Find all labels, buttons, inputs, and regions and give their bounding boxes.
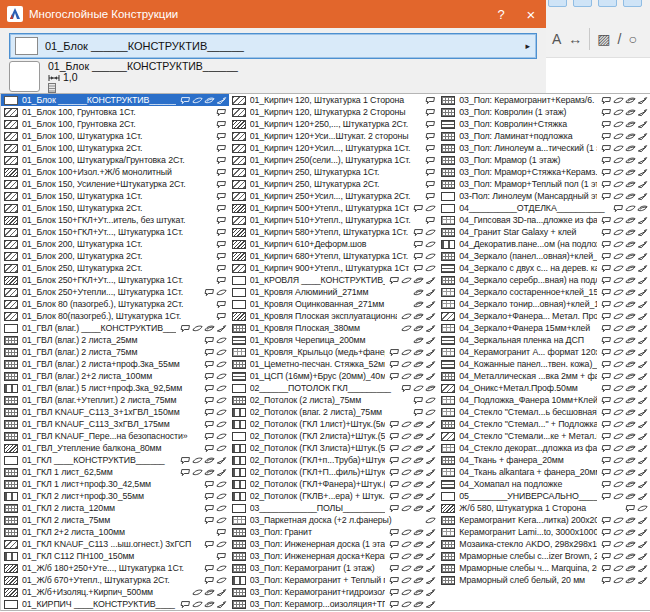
list-item[interactable]: 01_ГВЛ KNAUF_C113_3хГВЛ_175мм [1,418,229,430]
list-item[interactable]: 01_ГКЛ 2 листа_75мм [1,514,229,526]
list-item[interactable]: 04_Зеркальная пленка на ДСП [438,334,650,346]
list-item[interactable]: 01_Блок 100, Штукатурка 1Ст. [1,130,229,142]
list-item[interactable]: 03_Пол: Мрамор+Стяжка+Керамз./6. [438,166,650,178]
list-item[interactable]: 01_КРОВЛЯ ____КОНСТРУКТИВ____ [229,274,439,286]
toolbar-button-icon[interactable] [623,0,642,7]
list-item[interactable]: 01_Блок 150, Штукатурка 2Ст. [1,202,229,214]
list-item[interactable]: 01_Блок 100, Штукатурка/Грунтовка 2Ст. [1,154,229,166]
list-item[interactable]: 01_Кирпич 500+Утепл., Штукатурка 1Ст. [229,202,439,214]
list-item[interactable]: 01_ГВЛ (влаг.) ____КОНСТРУКТИВ____ [1,322,229,334]
list-item[interactable]: 01_Блок 100, Штукатурка 2Ст. [1,142,229,154]
list-item[interactable]: 04_Гранит Star Galaxy + клей [438,226,650,238]
combo-arrow-icon[interactable]: ▸ [525,41,536,51]
list-item[interactable]: 01_ГКЛ KNAUF_C113 ...ыш.огнест.) 3хГСП [1,538,229,550]
list-item[interactable]: 04_Оникс+Метал.Проф.50мм [438,382,650,394]
list-item[interactable]: 01_Блок 250+Утепли..., Штукатурка 1Ст. [1,286,229,298]
list-item[interactable]: 01_ГВЛ (влаг.) 2 листа+проф.3ка_55мм [1,358,229,370]
circle-tool-icon[interactable]: ○ [628,31,636,47]
list-item[interactable]: 03-Пол: Линолеум (Мансардный этаж) [438,190,650,202]
help-button[interactable]: ? [486,7,516,22]
list-item[interactable]: 04_Подложка_Фанера 10мм+Клей [438,394,650,406]
list-item[interactable]: 03_Пол: Керамогранит + Теплый пол [229,574,439,586]
list-item[interactable]: 01_Кирпич 580+Утепл, Штукатурка 1Ст. [229,226,439,238]
list-item[interactable]: 04_Стекло "Стемали...ке + Метал.каркас [438,430,650,442]
list-item[interactable]: 03_Пол: Керамогр...оизоляция+ТП_Душ [229,598,439,610]
list-item[interactable]: 02_Потолок (ГКЛВ+...ера) + Штук.(5мм) [229,490,439,502]
list-item[interactable]: 01_ЦСП (16мм)+Брус (20мм)_40мм [229,370,439,382]
list-item[interactable]: 03_Пол: Мрамор (1 этаж) [438,154,650,166]
list-item[interactable]: 04_Ткань alkantara + фанера_20мм [438,466,650,478]
list-item[interactable]: 01_Кирпич 250, Штукатурка 1Ст. [229,166,439,178]
list-item[interactable]: 01_Блок 100, Грунтовка 1Ст. [1,106,229,118]
list-item[interactable]: 04_Ткань + фанера_20мм [438,454,650,466]
list-item[interactable]: 03_Пол: Линолеум а...тический (1 этаж) [438,142,650,154]
list-item[interactable]: 01_ГКЛ ____КОНСТРУКТИВ______ [1,454,229,466]
list-item[interactable]: 01_Кровля Черепица_200мм [229,334,439,346]
composite-select-combo[interactable]: 01_Блок ______КОНСТРУКТИВ______ ▸ [9,33,537,59]
list-item[interactable]: 01_ГВЛ_Утепление балкона_80мм [1,442,229,454]
list-item[interactable]: 02_Потолок (ГКЛ+П...филь)+Штук.(5мм) [229,466,439,478]
list-item[interactable]: 01_Кирпич 250(сели...), Штукатурка 1Ст. [229,154,439,166]
list-item[interactable]: 01_Кирпич 250, Штукатурка 2Ст. [229,178,439,190]
list-item[interactable]: 03_Пол: Керамогранит (1 этаж) [229,562,439,574]
fill-tool-icon[interactable]: ▨ [597,31,610,47]
list-item[interactable]: 01_Блок 150, Штукатурка 1Ст. [1,190,229,202]
list-item[interactable]: 03_Пол: Инженерная доска+Керамз/6. [229,550,439,562]
list-item[interactable]: 03_Пол: Инженерная доска (1 этаж) [229,538,439,550]
list-item[interactable]: 01_Кирпич 680+Утепл, Штукатурка 1Ст. [229,250,439,262]
list-item[interactable]: 03_Пол: Ковролин+Стяжка [438,118,650,130]
list-item[interactable]: 02_Потолок (влаг. 2 листа)_75мм [229,406,439,418]
list-item[interactable]: 04_Хомапал на подложке [438,478,650,490]
list-item[interactable]: 01_Кровля Плоская эксплуатационная [229,310,439,322]
list-item[interactable]: 04_Зеркало состаренное+клей_15мм [438,286,650,298]
list-item[interactable]: 04_Стекло декорат...дложка из фанеры [438,442,650,454]
list-item[interactable]: Мраморные слебы ч... Marquina, 20 мм [438,562,650,574]
list-item[interactable]: 04_Зеркало (панел...овная)+клей_10мм [438,250,650,262]
list-item[interactable]: 01_ГКЛ C112 ПН100_150мм [1,550,229,562]
list-item[interactable]: 04__________ОТДЕЛКА__________ [438,202,650,214]
list-item[interactable]: Мозаика-стекло AKDO, 298х298х10мм [438,538,650,550]
list-item[interactable]: 05________УНИВЕРСАЛЬНО__________ [438,490,650,502]
list-item[interactable]: 02_Потолок (ГКЛ 2листа)+Штук.(5мм) [229,430,439,442]
list-item[interactable]: 01_Блок 200, Штукатурка 1Ст. [1,238,229,250]
list-item[interactable]: 01_ГКЛ 1 лист+проф.30_42,5мм [1,478,229,490]
list-item[interactable]: 04_Стекло "Стемал...ь бесшовная)+клей [438,406,650,418]
toolbar-button-icon[interactable] [598,0,617,7]
toolbar-button-icon[interactable] [573,0,592,7]
list-item[interactable]: Мраморный слеб белый, 20 мм [438,574,650,586]
list-item[interactable]: 03_Пол: Керамогранит+гидроизоляция [229,586,439,598]
list-item[interactable]: 01_Кирпич 120+Усил..., Штукатурка 1Ст. [229,142,439,154]
list-item[interactable]: 03_Пол: Керамогранит+Керамз/6. [438,94,650,106]
list-item[interactable]: 04_Зеркало тонир...овная)+клей_15мм [438,298,650,310]
text-tool-icon[interactable]: A [552,31,561,47]
list-item[interactable]: 01_Блок 80 (пазогреб.), Штукатурка 2Ст. [1,298,229,310]
list-item[interactable]: 01_Кирпич 900+Утепл., Штукатурка 1Ст. [229,262,439,274]
list-item[interactable]: 01_Блок 250+ГКЛ+Ут..., Штукатурка 1Ст. [1,274,229,286]
list-item[interactable]: 04_Зеркало серебр...вная) на подложке [438,274,650,286]
list-item[interactable]: 01_Кирпич 510+Утепл., Штукатурка 1Ст. [229,214,439,226]
list-item[interactable]: 01_ГВЛ (влаг.+Утеплит.) 2 листа_75мм [1,394,229,406]
list-item[interactable]: 01_Блок 100, Грунтовка 2Ст. [1,118,229,130]
list-item[interactable]: 01_ГВЛ (влаг.) 2+2 листа_100мм [1,370,229,382]
list-item[interactable]: 01_Ж/б 670+Утепл., Штукатурка 2Ст. [1,574,229,586]
list-item[interactable]: 01_Ж/б 180+250+Уте..., Штукатурка 1Ст. [1,562,229,574]
list-item[interactable]: 03_Паркетная доска (+2 л.фанеры) [229,514,439,526]
list-item[interactable]: 01_Блок 150+ГКЛ+Ут..., Штукатурка 1Ст. [1,226,229,238]
list-item[interactable]: 02_Потолок (ГКЛ 1лист)+Штук.(5мм) [229,418,439,430]
list-item[interactable]: 01_Блок 200, Штукатурка 2Ст. [1,250,229,262]
list-item[interactable]: 01_ГКЛ 2+2 листа_100мм [1,526,229,538]
list-item[interactable]: 01_Блок ______КОНСТРУКТИВ______ [1,94,229,106]
list-item[interactable]: Мраморные слебы c...izer Brown, 20 мм [438,550,650,562]
list-item[interactable]: 04_Декоратив.пане...ом (на подложке) [438,238,650,250]
list-item[interactable]: 01_КИРПИЧ ____КОНСТРУКТИВ____ [1,598,229,610]
list-item[interactable]: 02_Потолок (ГКЛ 3листа)+Штук.(5мм) [229,442,439,454]
dimension-tool-icon[interactable]: ↔ [568,31,582,47]
toolbar-button-icon[interactable] [548,0,567,7]
list-item[interactable]: Керамогранит Lami...to, 3000x1000x3мм [438,526,650,538]
list-item[interactable]: 04_Зеркало+Фанера... Метал. Профиле) [438,310,650,322]
list-item[interactable]: 01_Ж/б+Изоляц.+Кирпич_500мм [1,586,229,598]
list-item[interactable]: 01_Кровля Алюминий_271мм [229,286,439,298]
list-item[interactable]: 01_ГКЛ 2 листа_120мм [1,502,229,514]
list-item[interactable]: 03_Пол: Мрамор+Теплый пол (1 этаж) [438,178,650,190]
list-item[interactable]: 01_Кирпич 120+250,..., Штукатурка 2Ст. [229,118,439,130]
